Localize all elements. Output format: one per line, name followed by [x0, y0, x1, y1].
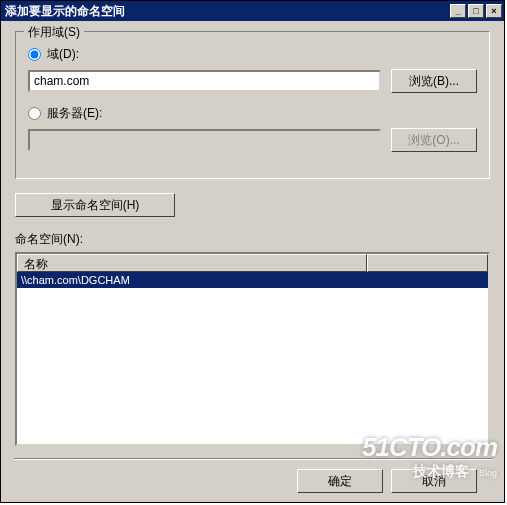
domain-radio[interactable] [28, 48, 41, 61]
list-item[interactable]: \\cham.com\DGCHAM [17, 272, 488, 288]
minimize-button[interactable]: _ [450, 4, 466, 18]
dialog-content: 作用域(S) 域(D): 浏览(B)... 服务器(E): 浏览(O)... 显… [1, 21, 504, 456]
column-header-spacer [367, 254, 488, 272]
dialog-button-bar: 确定 取消 [14, 458, 493, 493]
server-radio-row: 服务器(E): [28, 105, 477, 122]
window-title: 添加要显示的命名空间 [5, 3, 448, 20]
domain-radio-label: 域(D): [47, 46, 79, 63]
domain-field-row: 浏览(B)... [28, 69, 477, 93]
namespace-listview[interactable]: 名称 \\cham.com\DGCHAM [15, 252, 490, 446]
scope-groupbox: 作用域(S) 域(D): 浏览(B)... 服务器(E): 浏览(O)... [15, 31, 490, 179]
browse-server-button: 浏览(O)... [391, 128, 477, 152]
browse-domain-button[interactable]: 浏览(B)... [391, 69, 477, 93]
server-radio-label: 服务器(E): [47, 105, 102, 122]
server-radio[interactable] [28, 107, 41, 120]
scope-legend: 作用域(S) [24, 24, 84, 41]
column-header-name[interactable]: 名称 [17, 254, 367, 272]
server-input [28, 129, 381, 151]
listview-body: \\cham.com\DGCHAM [17, 272, 488, 288]
close-button[interactable]: × [486, 4, 502, 18]
cancel-button[interactable]: 取消 [391, 469, 477, 493]
namespace-label: 命名空间(N): [15, 231, 490, 248]
maximize-button[interactable]: □ [468, 4, 484, 18]
server-field-row: 浏览(O)... [28, 128, 477, 152]
listview-header: 名称 [17, 254, 488, 272]
ok-button[interactable]: 确定 [297, 469, 383, 493]
dialog-window: 添加要显示的命名空间 _ □ × 作用域(S) 域(D): 浏览(B)... 服… [0, 0, 505, 503]
titlebar: 添加要显示的命名空间 _ □ × [1, 1, 504, 21]
show-namespace-button[interactable]: 显示命名空间(H) [15, 193, 175, 217]
domain-input[interactable] [28, 70, 381, 92]
domain-radio-row: 域(D): [28, 46, 477, 63]
titlebar-buttons: _ □ × [448, 4, 502, 18]
